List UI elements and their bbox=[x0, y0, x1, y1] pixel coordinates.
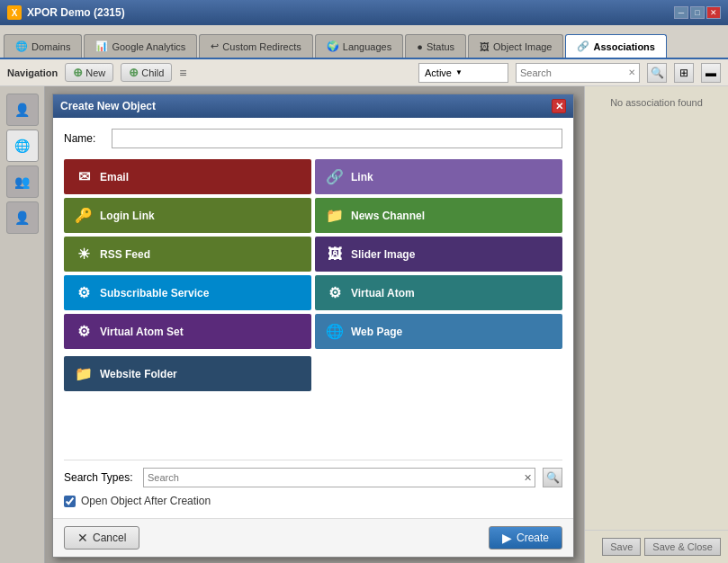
modal-close-button[interactable]: ✕ bbox=[552, 99, 566, 113]
link-button[interactable]: 🔗 Link bbox=[315, 159, 562, 194]
search-types-input-wrap: ✕ bbox=[143, 468, 535, 487]
email-button[interactable]: ✉ Email bbox=[64, 159, 311, 194]
main-area: 👤 🌐 👥 👤 Create New Object ✕ Name: bbox=[0, 86, 728, 563]
analytics-icon: 📊 bbox=[95, 40, 108, 52]
tab-bar: 🌐 Domains 📊 Google Analytics ↩ Custom Re… bbox=[0, 25, 728, 59]
save-close-button[interactable]: Save & Close bbox=[644, 538, 721, 556]
create-new-object-dialog: Create New Object ✕ Name: ✉ Email bbox=[52, 94, 574, 558]
news-channel-button[interactable]: 📁 News Channel bbox=[315, 198, 562, 233]
slider-image-icon: 🖼 bbox=[326, 246, 344, 263]
search-go-button[interactable]: 🔍 bbox=[543, 468, 562, 487]
nav-separator: ≡ bbox=[179, 66, 186, 80]
subscribable-service-icon: ⚙ bbox=[75, 284, 93, 301]
search-types-input[interactable] bbox=[144, 472, 520, 483]
modal-body: Name: ✉ Email 🔗 Link bbox=[53, 118, 573, 518]
cancel-icon: ✕ bbox=[77, 531, 88, 545]
link-icon: 🔗 bbox=[326, 168, 344, 185]
no-association-text: No association found bbox=[585, 86, 728, 119]
right-panel-actions: Save Save & Close bbox=[585, 530, 728, 563]
sidebar-item-3[interactable]: 👥 bbox=[6, 165, 39, 198]
rss-feed-icon: ☀ bbox=[75, 246, 93, 263]
create-icon: ▶ bbox=[502, 531, 512, 545]
object-type-grid: ✉ Email 🔗 Link 🔑 Login Link 📁 bbox=[64, 159, 562, 349]
close-button[interactable]: ✕ bbox=[706, 6, 721, 19]
website-folder-button[interactable]: 📁 Website Folder bbox=[64, 356, 311, 391]
subscribable-service-button[interactable]: ⚙ Subscribable Service bbox=[64, 275, 311, 310]
tab-associations[interactable]: 🔗 Associations bbox=[565, 34, 666, 58]
website-folder-icon: 📁 bbox=[75, 365, 93, 382]
title-bar: X XPOR Demo (2315) ─ □ ✕ bbox=[0, 0, 728, 25]
modal-header: Create New Object ✕ bbox=[53, 94, 573, 118]
dropdown-arrow-icon: ▼ bbox=[455, 68, 463, 76]
minimize-button[interactable]: ─ bbox=[674, 6, 688, 19]
window-title: XPOR Demo (2315) bbox=[27, 6, 125, 19]
window-controls: ─ □ ✕ bbox=[674, 6, 721, 19]
tab-domains[interactable]: 🌐 Domains bbox=[4, 34, 82, 58]
empty-area bbox=[64, 398, 562, 452]
virtual-atom-set-icon: ⚙ bbox=[75, 323, 93, 340]
name-input[interactable] bbox=[112, 129, 562, 148]
plus-icon: ⊕ bbox=[73, 66, 83, 79]
child-button[interactable]: ⊕ Child bbox=[121, 63, 172, 82]
child-plus-icon: ⊕ bbox=[129, 66, 139, 79]
sidebar-item-1[interactable]: 👤 bbox=[6, 94, 39, 126]
tab-languages[interactable]: 🌍 Languages bbox=[315, 34, 403, 58]
sidebar: 👤 🌐 👥 👤 bbox=[0, 86, 45, 563]
new-button[interactable]: ⊕ New bbox=[65, 63, 113, 82]
right-panel: No association found Save Save & Close bbox=[584, 86, 728, 563]
rss-feed-button[interactable]: ☀ RSS Feed bbox=[64, 237, 311, 272]
news-channel-icon: 📁 bbox=[326, 207, 344, 224]
modal-title: Create New Object bbox=[60, 100, 156, 112]
domains-icon: 🌐 bbox=[15, 40, 28, 52]
object-image-icon: 🖼 bbox=[480, 41, 490, 52]
grid-view-button[interactable]: ⊞ bbox=[674, 63, 694, 83]
search-button[interactable]: 🔍 bbox=[647, 63, 667, 83]
checkbox-row: Open Object After Creation bbox=[64, 495, 562, 507]
tab-status[interactable]: ● Status bbox=[405, 34, 466, 58]
sidebar-item-2[interactable]: 🌐 bbox=[6, 130, 39, 162]
email-icon: ✉ bbox=[75, 168, 93, 185]
tab-custom-redirects[interactable]: ↩ Custom Redirects bbox=[199, 34, 312, 58]
virtual-atom-icon: ⚙ bbox=[326, 284, 344, 301]
save-button[interactable]: Save bbox=[602, 538, 641, 556]
slider-image-button[interactable]: 🖼 Slider Image bbox=[315, 237, 562, 272]
web-page-button[interactable]: 🌐 Web Page bbox=[315, 314, 562, 349]
content-area: Create New Object ✕ Name: ✉ Email bbox=[45, 86, 728, 563]
modal-footer: ✕ Cancel ▶ Create bbox=[53, 518, 573, 557]
virtual-atom-set-button[interactable]: ⚙ Virtual Atom Set bbox=[64, 314, 311, 349]
nav-label: Navigation bbox=[7, 67, 58, 78]
open-after-creation-label: Open Object After Creation bbox=[81, 495, 211, 507]
nav-bar: Navigation ⊕ New ⊕ Child ≡ Active ▼ ✕ 🔍 … bbox=[0, 59, 728, 86]
redirects-icon: ↩ bbox=[211, 40, 219, 52]
login-link-icon: 🔑 bbox=[75, 207, 93, 224]
search-input[interactable] bbox=[520, 67, 628, 78]
tab-object-image[interactable]: 🖼 Object Image bbox=[468, 34, 563, 58]
create-button[interactable]: ▶ Create bbox=[489, 526, 562, 550]
search-types-label: Search Types: bbox=[64, 471, 136, 484]
app-icon: X bbox=[7, 5, 22, 20]
login-link-button[interactable]: 🔑 Login Link bbox=[64, 198, 311, 233]
open-after-creation-checkbox[interactable] bbox=[64, 496, 76, 507]
status-icon: ● bbox=[417, 41, 423, 52]
tab-google-analytics[interactable]: 📊 Google Analytics bbox=[84, 34, 197, 58]
search-types-row: Search Types: ✕ 🔍 bbox=[64, 460, 562, 487]
search-clear-icon[interactable]: ✕ bbox=[520, 470, 535, 485]
associations-icon: 🔗 bbox=[577, 40, 589, 52]
list-view-button[interactable]: ▬ bbox=[701, 63, 721, 83]
nav-search-box[interactable]: ✕ bbox=[516, 63, 640, 83]
name-row: Name: bbox=[64, 129, 562, 148]
virtual-atom-button[interactable]: ⚙ Virtual Atom bbox=[315, 275, 562, 310]
clear-search-icon[interactable]: ✕ bbox=[628, 67, 635, 77]
active-dropdown[interactable]: Active ▼ bbox=[418, 63, 508, 83]
web-page-icon: 🌐 bbox=[326, 323, 344, 340]
languages-icon: 🌍 bbox=[327, 40, 339, 52]
cancel-button[interactable]: ✕ Cancel bbox=[64, 526, 139, 550]
name-label: Name: bbox=[64, 132, 104, 145]
maximize-button[interactable]: □ bbox=[690, 6, 705, 19]
sidebar-item-4[interactable]: 👤 bbox=[6, 201, 39, 234]
